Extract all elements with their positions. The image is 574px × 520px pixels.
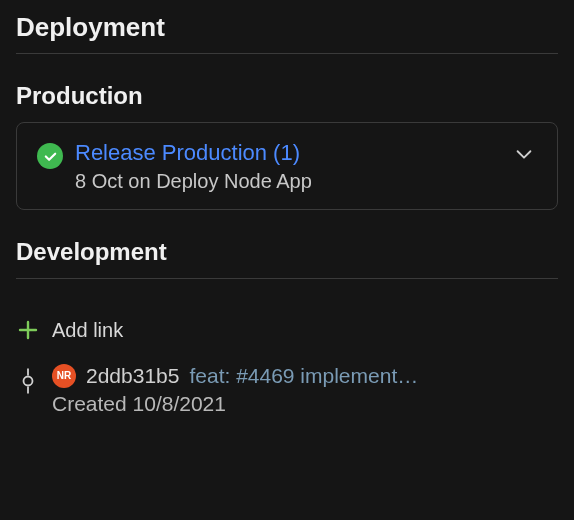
commit-row[interactable]: NR 2ddb31b5 feat: #4469 implement… Creat… <box>16 360 558 420</box>
divider <box>16 53 558 54</box>
release-text-block: Release Production (1) 8 Oct on Deploy N… <box>75 139 499 193</box>
svg-point-3 <box>24 376 33 385</box>
divider <box>16 278 558 279</box>
add-link-button[interactable]: Add link <box>16 307 558 360</box>
success-check-icon <box>37 143 63 169</box>
commit-created-label: Created 10/8/2021 <box>52 392 556 416</box>
add-link-label: Add link <box>52 319 123 342</box>
commit-message[interactable]: feat: #4469 implement… <box>189 364 418 388</box>
commit-node-icon <box>18 368 38 394</box>
deployment-heading: Deployment <box>16 12 558 43</box>
release-title[interactable]: Release Production (1) <box>75 139 499 168</box>
plus-icon <box>18 320 38 340</box>
commit-hash[interactable]: 2ddb31b5 <box>86 364 179 388</box>
release-subtitle: 8 Oct on Deploy Node App <box>75 170 499 193</box>
release-card[interactable]: Release Production (1) 8 Oct on Deploy N… <box>16 122 558 210</box>
chevron-down-icon[interactable] <box>511 141 537 167</box>
development-heading: Development <box>16 238 558 266</box>
production-heading: Production <box>16 82 558 110</box>
avatar: NR <box>52 364 76 388</box>
commit-body: NR 2ddb31b5 feat: #4469 implement… Creat… <box>52 364 556 416</box>
